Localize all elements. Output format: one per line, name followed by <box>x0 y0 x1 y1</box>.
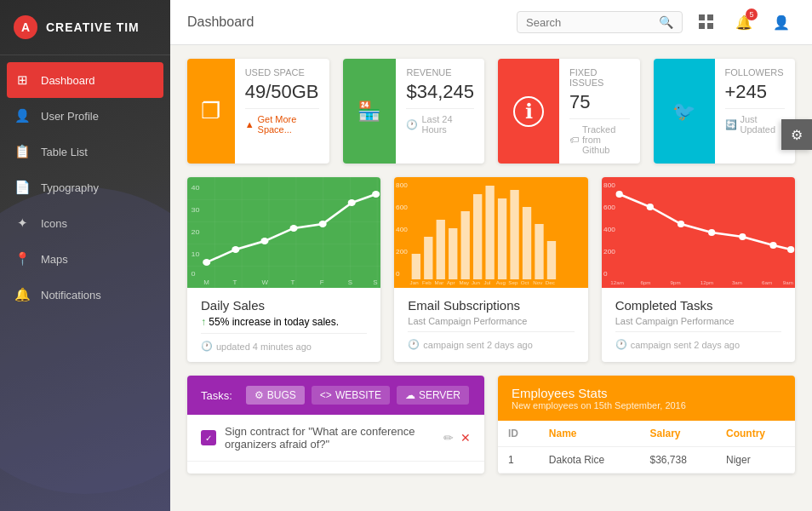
sidebar-item-dashboard[interactable]: ⊞ Dashboard <box>7 62 163 98</box>
task-tab-bugs[interactable]: ⚙ BUGS <box>246 386 305 405</box>
svg-rect-3 <box>707 23 713 29</box>
clock-icon-email: 🕐 <box>408 339 420 350</box>
search-bar[interactable]: 🔍 <box>517 11 683 33</box>
stat-body-fixed-issues: Fixed Issues 75 🏷 Tracked from Github <box>559 59 640 164</box>
revenue-footer-text: Last 24 Hours <box>421 114 474 135</box>
email-subscriptions-footer-text: campaign sent 2 days ago <box>423 340 532 350</box>
sidebar-nav: ⊞ Dashboard 👤 User Profile 📋 Table List … <box>0 55 170 511</box>
svg-text:F: F <box>320 278 324 285</box>
logo-icon: A <box>14 15 37 39</box>
svg-point-13 <box>289 225 297 232</box>
svg-text:6am: 6am <box>762 279 772 285</box>
bottom-row: Tasks: ⚙ BUGS <> WEBSITE ☁ SERVER <box>187 376 795 474</box>
fixed-issues-footer: 🏷 Tracked from Github <box>569 118 630 155</box>
employees-table-head: ID Name Salary Country <box>498 421 795 447</box>
svg-text:T: T <box>232 278 237 285</box>
svg-text:200: 200 <box>396 248 408 256</box>
followers-footer-text: Just Updated <box>741 114 786 135</box>
task-tab-website[interactable]: <> WEBSITE <box>312 386 390 405</box>
svg-rect-36 <box>498 198 506 279</box>
search-input[interactable] <box>526 16 654 29</box>
svg-text:200: 200 <box>603 248 615 256</box>
website-icon: <> <box>320 389 332 401</box>
svg-text:May: May <box>460 279 471 285</box>
charts-row: 40 30 20 10 0 <box>187 177 795 362</box>
svg-text:Jul: Jul <box>484 279 491 285</box>
email-subscriptions-body: Email Subscriptions Last Campaign Perfor… <box>394 288 587 360</box>
svg-text:800: 800 <box>603 181 615 189</box>
daily-sales-growth: ↑ 55% increase in today sales. <box>201 316 367 328</box>
employees-table-body: 1 Dakota Rice $36,738 Niger <box>498 447 795 474</box>
task-delete-button[interactable]: ✕ <box>460 431 471 445</box>
sidebar-item-maps[interactable]: 📍 Maps <box>0 241 170 277</box>
sidebar-item-label: Typography <box>41 181 99 194</box>
stat-body-revenue: Revenue $34,245 🕐 Last 24 Hours <box>396 59 484 164</box>
tasks-label: Tasks: <box>201 389 232 402</box>
svg-text:Mar: Mar <box>435 279 444 285</box>
daily-sales-title: Daily Sales <box>201 298 367 313</box>
col-header-name: Name <box>539 421 640 447</box>
completed-tasks-body: Completed Tasks Last Campaign Performanc… <box>602 288 795 360</box>
stats-row: ❐ Used Space 49/50GB ▲ Get More Space...… <box>187 59 795 164</box>
sidebar-item-user-profile[interactable]: 👤 User Profile <box>0 98 170 134</box>
cloud-icon: ☁ <box>405 389 415 401</box>
stat-card-followers: 🐦 Followers +245 🔄 Just Updated <box>654 59 796 164</box>
tasks-card: Tasks: ⚙ BUGS <> WEBSITE ☁ SERVER <box>187 376 484 474</box>
notification-badge: 5 <box>746 9 758 20</box>
settings-fab[interactable]: ⚙ <box>781 119 812 150</box>
sidebar-logo: A CREATIVE TIM <box>0 0 170 55</box>
svg-rect-37 <box>511 190 519 279</box>
email-subscriptions-subtitle: Last Campaign Performance <box>408 316 574 326</box>
svg-rect-32 <box>449 228 457 279</box>
svg-point-62 <box>739 233 746 240</box>
followers-value: +245 <box>725 81 786 103</box>
user-avatar-button[interactable]: 👤 <box>768 9 795 36</box>
svg-text:Feb: Feb <box>422 279 432 285</box>
sidebar: A CREATIVE TIM ⊞ Dashboard 👤 User Profil… <box>0 0 170 511</box>
clock-icon-sales: 🕐 <box>201 341 213 352</box>
notifications-bell-button[interactable]: 🔔 5 <box>730 9 758 36</box>
refresh-icon: 🔄 <box>725 119 737 130</box>
svg-point-11 <box>232 246 239 253</box>
svg-text:Jan: Jan <box>410 279 419 285</box>
svg-text:9am: 9am <box>783 279 793 285</box>
svg-point-12 <box>260 238 268 244</box>
svg-text:20: 20 <box>192 228 200 236</box>
svg-point-10 <box>203 259 210 266</box>
fixed-issues-icon-box: ℹ <box>498 59 559 164</box>
chart-card-completed-tasks: 800 600 400 200 0 <box>602 177 795 362</box>
svg-rect-31 <box>437 220 445 279</box>
sidebar-item-typography[interactable]: 📄 Typography <box>0 169 170 205</box>
svg-point-63 <box>769 242 776 249</box>
task-edit-button[interactable]: ✏ <box>443 431 454 445</box>
tag-icon: 🏷 <box>569 135 579 145</box>
followers-footer: 🔄 Just Updated <box>725 108 786 135</box>
warning-icon: ▲ <box>245 119 254 129</box>
svg-point-64 <box>787 246 794 253</box>
task-tab-server[interactable]: ☁ SERVER <box>397 386 469 405</box>
task-checkbox[interactable]: ✓ <box>201 430 216 445</box>
sidebar-item-label: Table List <box>41 146 88 158</box>
daily-sales-body: Daily Sales ↑ 55% increase in today sale… <box>187 288 380 362</box>
svg-point-59 <box>646 204 653 210</box>
followers-label: Followers <box>725 67 786 78</box>
user-icon: 👤 <box>14 108 31 123</box>
svg-rect-34 <box>473 194 482 279</box>
revenue-label: Revenue <box>406 67 474 78</box>
cell-country: Niger <box>716 447 795 474</box>
sidebar-item-icons[interactable]: ✦ Icons <box>0 205 170 241</box>
cell-name: Dakota Rice <box>539 447 640 474</box>
maps-icon: 📍 <box>14 251 31 267</box>
completed-tasks-chart: 800 600 400 200 0 <box>602 177 795 288</box>
svg-text:Apr: Apr <box>447 279 455 285</box>
svg-text:6pm: 6pm <box>640 279 650 285</box>
sidebar-item-table-list[interactable]: 📋 Table List <box>0 134 170 169</box>
task-item: ✓ Sign contract for "What are conference… <box>187 415 484 462</box>
task-actions: ✏ ✕ <box>443 431 471 445</box>
svg-text:12pm: 12pm <box>700 279 712 285</box>
col-header-country: Country <box>716 421 795 447</box>
sidebar-item-notifications[interactable]: 🔔 Notifications <box>0 277 170 313</box>
fixed-issues-value: 75 <box>569 91 630 113</box>
grid-view-button[interactable] <box>693 9 720 36</box>
daily-sales-growth-text: 55% increase in today sales. <box>209 316 339 328</box>
